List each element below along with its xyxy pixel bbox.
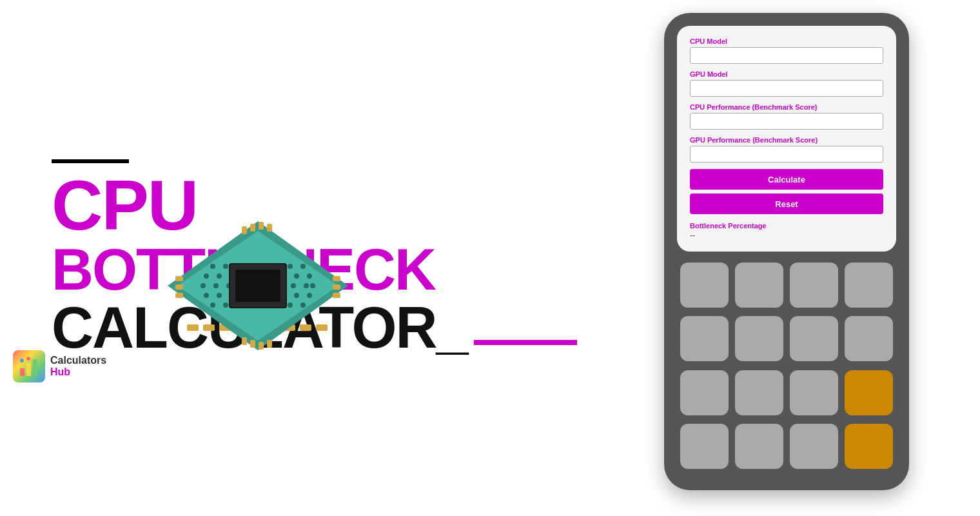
svg-rect-66	[250, 340, 255, 348]
svg-point-46	[307, 293, 312, 298]
gpu-model-group: GPU Model	[690, 70, 883, 97]
key-15[interactable]	[790, 424, 838, 469]
svg-point-76	[26, 357, 30, 361]
cpu-model-input[interactable]	[690, 47, 883, 64]
key-3[interactable]	[790, 263, 838, 308]
left-section: CPU BOTTLENECK CALCULATOR_	[0, 121, 632, 395]
logo-icon	[13, 350, 45, 382]
svg-rect-72	[20, 368, 24, 376]
cpu-performance-label: CPU Performance (Benchmark Score)	[690, 103, 883, 111]
reset-button[interactable]: Reset	[690, 194, 883, 214]
key-13[interactable]	[680, 424, 729, 469]
svg-point-17	[288, 264, 293, 269]
svg-rect-55	[175, 276, 183, 281]
logo-text: Calculators Hub	[50, 355, 106, 378]
svg-point-75	[20, 359, 24, 362]
svg-point-28	[201, 283, 206, 288]
title-decoration-line	[52, 159, 129, 163]
svg-point-12	[223, 264, 228, 269]
underline-decoration	[474, 340, 577, 345]
svg-rect-61	[242, 226, 247, 234]
svg-point-18	[300, 264, 306, 269]
key-11[interactable]	[790, 370, 838, 415]
key-7[interactable]	[790, 316, 838, 361]
key-12-orange[interactable]	[845, 370, 893, 415]
svg-point-45	[294, 293, 299, 298]
key-16-orange[interactable]	[845, 424, 893, 469]
svg-rect-63	[259, 222, 264, 230]
svg-point-53	[288, 303, 293, 308]
key-10[interactable]	[735, 370, 783, 415]
gpu-performance-group: GPU Performance (Benchmark Score)	[690, 136, 883, 163]
calculator-screen: CPU Model GPU Model CPU Performance (Ben…	[677, 26, 896, 252]
svg-rect-56	[175, 284, 183, 290]
svg-point-26	[294, 273, 299, 279]
svg-rect-58	[333, 276, 340, 281]
key-4[interactable]	[845, 263, 893, 308]
svg-rect-57	[175, 293, 183, 298]
svg-rect-0	[187, 324, 199, 331]
gpu-model-label: GPU Model	[690, 70, 883, 78]
logo-container: Calculators Hub	[13, 350, 106, 382]
gpu-performance-input[interactable]	[690, 146, 883, 163]
key-1[interactable]	[680, 263, 729, 308]
logo-hub: Hub	[50, 366, 106, 378]
svg-point-27	[307, 273, 312, 279]
svg-rect-1	[203, 324, 215, 331]
cpu-chip-illustration	[161, 215, 355, 357]
key-9[interactable]	[680, 370, 729, 415]
gpu-model-input[interactable]	[690, 80, 883, 97]
cpu-performance-input[interactable]	[690, 113, 883, 130]
logo-calculators: Calculators	[50, 355, 106, 366]
svg-rect-60	[333, 293, 340, 298]
cpu-model-label: CPU Model	[690, 37, 883, 45]
gpu-performance-label: GPU Performance (Benchmark Score)	[690, 136, 883, 144]
svg-rect-62	[250, 224, 255, 232]
svg-rect-71	[235, 270, 280, 302]
key-2[interactable]	[735, 263, 783, 308]
keypad	[677, 259, 896, 477]
right-section: CPU Model GPU Model CPU Performance (Ben…	[632, 13, 941, 503]
cpu-performance-group: CPU Performance (Benchmark Score)	[690, 103, 883, 130]
svg-point-38	[204, 293, 209, 298]
svg-point-19	[204, 273, 209, 279]
result-label: Bottleneck Percentage	[690, 222, 883, 230]
svg-rect-59	[333, 284, 340, 290]
cpu-model-group: CPU Model	[690, 37, 883, 64]
svg-point-35	[291, 283, 296, 288]
svg-point-11	[210, 264, 215, 269]
svg-rect-64	[267, 224, 272, 232]
svg-point-36	[304, 283, 309, 288]
key-8[interactable]	[845, 316, 893, 361]
svg-point-48	[223, 303, 228, 308]
calculator-body: CPU Model GPU Model CPU Performance (Ben…	[664, 13, 909, 490]
svg-rect-65	[242, 337, 247, 345]
svg-point-54	[300, 303, 306, 308]
svg-rect-74	[33, 359, 37, 376]
key-5[interactable]	[680, 316, 729, 361]
key-6[interactable]	[735, 316, 783, 361]
svg-rect-73	[26, 363, 31, 376]
svg-point-39	[217, 293, 222, 298]
svg-point-20	[217, 273, 222, 279]
calculate-button[interactable]: Calculate	[690, 169, 883, 190]
svg-rect-8	[316, 324, 328, 331]
svg-rect-68	[267, 340, 272, 348]
svg-rect-7	[300, 324, 311, 331]
svg-point-47	[210, 303, 215, 308]
key-14[interactable]	[735, 424, 783, 469]
svg-point-29	[213, 283, 219, 288]
result-value: --	[690, 231, 883, 240]
svg-point-37	[310, 283, 315, 288]
svg-rect-67	[259, 342, 264, 350]
